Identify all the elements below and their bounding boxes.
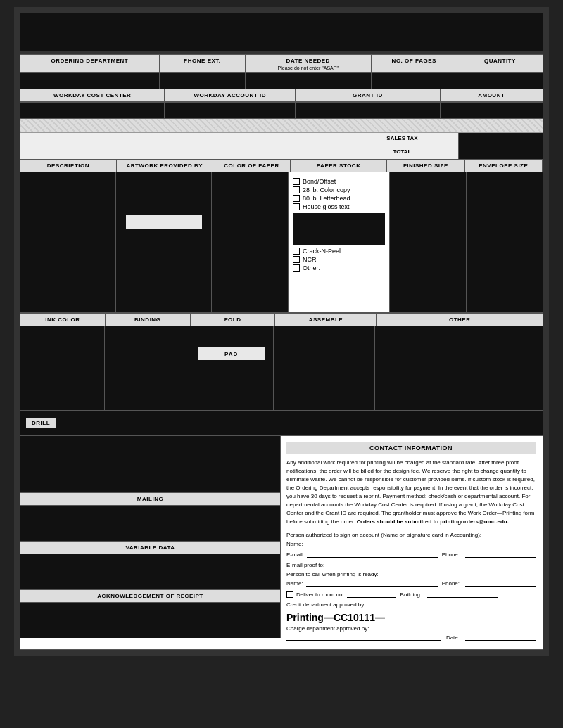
charge-date-line: Date: xyxy=(286,634,536,641)
phone2-sig-line[interactable] xyxy=(465,586,536,587)
deliver-line: Deliver to room no: Building: xyxy=(286,591,536,598)
sales-tax-value[interactable] xyxy=(458,133,543,146)
charge-label: Charge department approved by: xyxy=(286,625,536,632)
person-call-label: Person to call when printing is ready: xyxy=(286,571,536,577)
workday-account-cell: WORKDAY ACCOUNT ID xyxy=(165,89,296,101)
paper-option-6[interactable]: NCR xyxy=(293,256,385,263)
ordering-dept-value[interactable] xyxy=(20,73,160,89)
desc-header-color: COLOR OF PAPER xyxy=(213,160,291,172)
name-line-2: Name: Phone: xyxy=(286,580,536,587)
drill-dark-area[interactable] xyxy=(20,436,280,492)
no-pages-cell: NO. OF PAGES xyxy=(372,55,457,72)
mailing-dark-area[interactable] xyxy=(20,506,280,541)
contact-header: CONTACT INFORMATION xyxy=(286,442,536,454)
acknowledgement-dark-area[interactable] xyxy=(20,603,280,638)
desc-col-artwork[interactable] xyxy=(116,172,212,312)
email-sig-line[interactable] xyxy=(307,557,438,558)
email-proof-sig-line[interactable] xyxy=(327,568,536,568)
date-needed-label: DATE NEEDED xyxy=(248,56,368,65)
paper-label-1: Bond/Offset xyxy=(303,178,336,185)
paper-option-4[interactable]: House gloss text xyxy=(293,203,385,210)
workday-cost-value[interactable] xyxy=(20,103,165,118)
checkbox-house-gloss[interactable] xyxy=(293,203,300,210)
paper-option-1[interactable]: Bond/Offset xyxy=(293,178,385,185)
pages-input[interactable] xyxy=(374,75,454,87)
checkbox-crack-n-peel[interactable] xyxy=(293,248,300,255)
quantity-cell: QUANTITY xyxy=(457,55,543,72)
binding-col-label: BINDING xyxy=(106,314,191,326)
desc-col-finished[interactable] xyxy=(390,172,467,312)
total-value[interactable] xyxy=(458,146,543,159)
checkbox-ncr[interactable] xyxy=(293,256,300,263)
phone-ext-value[interactable] xyxy=(160,73,246,89)
name-sig-line-1[interactable] xyxy=(306,547,536,547)
deliver-sig-line[interactable] xyxy=(347,597,396,598)
grant-id-input[interactable] xyxy=(298,104,436,117)
paper-option-3[interactable]: 80 lb. Letterhead xyxy=(293,195,385,202)
grant-id-value[interactable] xyxy=(296,103,440,118)
grant-id-cell: GRANT ID xyxy=(296,89,440,101)
paper-option-7[interactable]: Other: xyxy=(293,264,385,272)
variable-data-label: VARIABLE DATA xyxy=(20,541,280,554)
building-sig-line[interactable] xyxy=(427,597,498,598)
sales-tax-input[interactable] xyxy=(459,133,543,146)
sales-tax-label: SALES TAX xyxy=(346,133,458,146)
total-input[interactable] xyxy=(459,146,543,159)
ink-body-row: PAD xyxy=(20,326,543,411)
paper-stock-dark-area[interactable] xyxy=(293,213,385,245)
amount-cell: AMOUNT xyxy=(441,89,543,101)
desc-col-color[interactable] xyxy=(212,172,289,312)
amount-value[interactable] xyxy=(441,103,543,118)
email-label: E-mail: xyxy=(286,551,304,558)
workday-account-value[interactable] xyxy=(165,103,296,118)
contact-body-text: Any additional work required for printin… xyxy=(286,459,536,526)
striped-divider xyxy=(20,119,543,133)
ink-header-row: INK COLOR BINDING FOLD ASSEMBLE OTHER xyxy=(20,313,543,326)
header-logo-area xyxy=(20,13,543,51)
quantity-input[interactable] xyxy=(460,75,540,87)
phone-ext-input[interactable] xyxy=(163,75,242,87)
paper-option-5[interactable]: Crack-N-Peel xyxy=(293,248,385,255)
checkbox-80lb[interactable] xyxy=(293,195,300,202)
workday-cost-input[interactable] xyxy=(23,104,161,117)
desc-col-description[interactable] xyxy=(20,172,116,312)
other-col-body[interactable] xyxy=(375,326,543,410)
workday-cost-cell: WORKDAY COST CENTER xyxy=(20,89,165,101)
paper-option-2[interactable]: 28 lb. Color copy xyxy=(293,186,385,193)
checkbox-28lb[interactable] xyxy=(293,186,300,193)
charge-sig-line[interactable] xyxy=(286,640,441,641)
date-value[interactable] xyxy=(246,73,372,89)
phone-sig-line[interactable] xyxy=(465,557,536,558)
workday-account-input[interactable] xyxy=(167,104,292,117)
checkbox-bond[interactable] xyxy=(293,178,300,185)
artwork-white-box xyxy=(126,215,202,229)
phone-ext-cell: PHONE EXT. xyxy=(160,55,246,72)
variable-data-dark-area[interactable] xyxy=(20,554,280,589)
building-label: Building: xyxy=(400,592,422,598)
fold-col-body[interactable]: PAD xyxy=(189,326,274,410)
email-phone-line: E-mail: Phone: xyxy=(286,551,536,558)
pages-value[interactable] xyxy=(372,73,457,89)
desc-col-envelope[interactable] xyxy=(467,172,543,312)
ordering-dept-input[interactable] xyxy=(23,75,156,87)
total-row: TOTAL xyxy=(20,146,543,160)
quantity-value[interactable] xyxy=(457,73,543,89)
checkbox-other[interactable] xyxy=(293,264,300,272)
binding-col-body[interactable] xyxy=(105,326,189,410)
phone-label: Phone: xyxy=(442,551,460,558)
name-sig-line-2[interactable] xyxy=(306,586,438,587)
assemble-col-body[interactable] xyxy=(274,326,375,410)
other-col-label: OTHER xyxy=(377,314,543,326)
desc-header-row: DESCRIPTION ARTWORK PROVIDED BY COLOR OF… xyxy=(20,160,543,172)
name-line-1: Name: xyxy=(286,541,536,547)
ink-col-body[interactable] xyxy=(20,326,105,410)
date-input[interactable] xyxy=(248,75,368,87)
date-sig-line[interactable] xyxy=(465,640,536,641)
contact-body-main: Any additional work required for printin… xyxy=(286,459,535,525)
date-needed-cell: DATE NEEDED Please do not enter "ASAP" xyxy=(246,55,372,72)
deliver-checkbox[interactable] xyxy=(286,591,293,598)
workday-data-row xyxy=(20,103,543,119)
no-pages-label: NO. OF PAGES xyxy=(374,56,454,65)
bottom-left: MAILING VARIABLE DATA ACKNOWLEDGEMENT OF… xyxy=(20,436,281,638)
amount-input[interactable] xyxy=(443,104,540,117)
